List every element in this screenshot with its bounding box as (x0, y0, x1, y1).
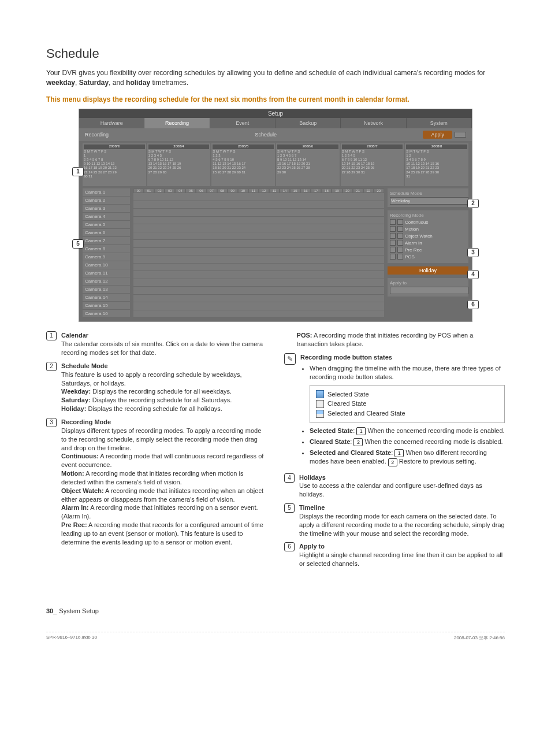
timeline-row[interactable] (133, 302, 384, 310)
hour-cell: 11 (248, 188, 259, 193)
camera-row[interactable]: Camera 4 (83, 213, 130, 221)
recmode-checkbox-a[interactable] (390, 240, 396, 246)
src-date: 2008-07-03 오후 2:46:56 (454, 635, 505, 641)
recmode-checkbox-a[interactable] (390, 233, 396, 239)
timeline-row[interactable] (133, 193, 384, 201)
recmode-checkbox-b[interactable] (397, 240, 403, 246)
camera-row[interactable]: Camera 2 (83, 197, 130, 205)
both-icon (316, 410, 324, 418)
marker-3: 3 (467, 248, 479, 257)
recmode-checkbox-a[interactable] (390, 226, 396, 232)
recmode-label: POS (405, 254, 415, 260)
recmode-checkbox-b[interactable] (397, 219, 403, 225)
ss-label: Selected State (310, 427, 353, 434)
camera-row[interactable]: Camera 12 (83, 277, 130, 286)
timeline-row[interactable] (133, 201, 384, 209)
schedule-mode-select[interactable]: Weekday (390, 197, 468, 205)
camera-row[interactable]: Camera 15 (83, 302, 130, 310)
hour-cell: 05 (185, 188, 196, 193)
recmode-row[interactable]: Object Watch (390, 233, 466, 239)
camera-row[interactable]: Camera 11 (83, 269, 130, 277)
hour-cell: 13 (269, 188, 280, 193)
calendar-month[interactable]: 2008/4S M T W T F S 1 2 3 4 56 7 8 9 10 … (147, 143, 211, 186)
tab-recording[interactable]: Recording (144, 118, 210, 128)
recmode-checkbox-b[interactable] (397, 226, 403, 232)
recmode-checkbox-a[interactable] (390, 219, 396, 225)
camera-row[interactable]: Camera 8 (83, 245, 130, 253)
camera-row[interactable]: Camera 10 (83, 261, 130, 269)
recmode-checkbox-b[interactable] (397, 247, 403, 253)
intro-holiday: holiday (126, 79, 150, 87)
page-number: 30_ (46, 607, 57, 614)
camera-row[interactable]: Camera 6 (83, 229, 130, 237)
camera-row[interactable]: Camera 3 (83, 205, 130, 213)
hour-cell: 00 (133, 188, 144, 193)
camera-row[interactable]: Camera 5 (83, 221, 130, 229)
desc1-title: Calendar (61, 332, 88, 339)
calendar-month[interactable]: 2008/3S M T W T F S 12 3 4 5 6 7 89 10 1… (83, 143, 146, 186)
timeline-row[interactable] (133, 255, 384, 264)
camera-row[interactable]: Camera 13 (83, 286, 130, 294)
marker-1: 1 (72, 167, 84, 176)
timeline-row[interactable] (133, 224, 384, 232)
recmode-label: Object Watch (405, 234, 433, 239)
tab-system[interactable]: System (407, 118, 472, 128)
timeline-row[interactable] (133, 287, 384, 295)
hour-cell: 04 (175, 188, 185, 193)
tab-event[interactable]: Event (210, 118, 276, 128)
tab-backup[interactable]: Backup (276, 118, 341, 128)
desc3-pos: A recording mode that initiates recordin… (297, 332, 474, 347)
inline-1b: 1 (394, 449, 404, 457)
description-columns: 1 Calendar The calendar consists of six … (46, 331, 505, 573)
hour-cell: 09 (228, 188, 238, 193)
camera-row[interactable]: Camera 9 (83, 253, 130, 261)
hour-cell: 22 (363, 188, 374, 193)
recmode-row[interactable]: POS (390, 254, 466, 260)
recmode-checkbox-b[interactable] (397, 254, 403, 260)
timeline-row[interactable] (133, 279, 384, 287)
timeline-row[interactable] (133, 310, 384, 318)
camera-row[interactable]: Camera 16 (83, 310, 130, 318)
tab-hardware[interactable]: Hardware (79, 118, 144, 128)
timeline-row[interactable] (133, 295, 384, 303)
crop-marks: SPR-9816~9716.indb 30 2008-07-03 오후 2:46… (46, 632, 505, 644)
recmode-checkbox-a[interactable] (390, 247, 396, 253)
holiday-button[interactable]: Holiday (388, 266, 468, 275)
recmode-row[interactable]: Motion (390, 226, 466, 232)
timeline-row[interactable] (133, 240, 384, 248)
camera-row[interactable]: Camera 1 (83, 188, 130, 197)
camera-row[interactable]: Camera 7 (83, 237, 130, 245)
apply-to-select[interactable] (390, 287, 468, 294)
footer-section: System Setup (59, 607, 98, 614)
recmode-row[interactable]: Alarm In (390, 240, 466, 246)
timeline-row[interactable] (133, 209, 384, 217)
recmode-checkbox-b[interactable] (397, 233, 403, 239)
timeline-row[interactable] (133, 232, 384, 240)
timeline-row[interactable] (133, 248, 384, 256)
hour-cell: 14 (280, 188, 290, 193)
page-footer: 30_System Setup (46, 607, 505, 614)
page-title: Schedule (46, 46, 505, 61)
timeline-rows[interactable] (133, 193, 384, 318)
calendar-month[interactable]: 2008/7S M T W T F S 1 2 3 4 56 7 8 9 10 … (341, 143, 404, 186)
calendar-month[interactable]: 2008/6S M T W T F S1 2 3 4 5 6 78 9 10 1… (276, 143, 340, 186)
recmode-checkbox-a[interactable] (390, 254, 396, 260)
hour-cell: 21 (353, 188, 363, 193)
selected-icon (316, 390, 324, 398)
camera-row[interactable]: Camera 14 (83, 294, 130, 302)
recmode-row[interactable]: Continuous (390, 219, 466, 225)
recmode-row[interactable]: Pre Rec (390, 247, 466, 253)
calendar-month[interactable]: 2008/8S M T W T F S 1 23 4 5 6 7 8 910 1… (405, 143, 468, 186)
timeline-grid[interactable]: 0001020304050607080910111213141516171819… (133, 188, 384, 318)
timeline-row[interactable] (133, 217, 384, 225)
desc3-title: Recording Mode (61, 418, 111, 425)
desc1-body: The calendar consists of six months. Cli… (61, 340, 263, 356)
calendar-row: 2008/3S M T W T F S 12 3 4 5 6 7 89 10 1… (79, 141, 472, 188)
keyboard-icon[interactable] (455, 132, 466, 138)
calendar-month[interactable]: 2008/5S M T W T F S 1 2 34 5 6 7 8 9 101… (211, 143, 275, 186)
apply-button[interactable]: Apply (423, 131, 452, 139)
marker-2: 2 (467, 199, 479, 208)
timeline-row[interactable] (133, 264, 384, 272)
timeline-row[interactable] (133, 271, 384, 279)
tab-network[interactable]: Network (341, 118, 406, 128)
